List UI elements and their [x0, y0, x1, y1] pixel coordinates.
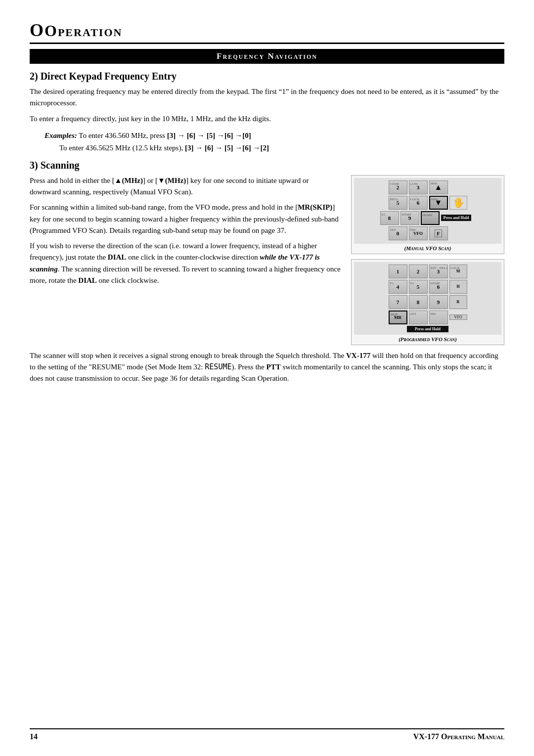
- manual-vfo-keypad: CODE 2 LOW 3 MHz ▲: [354, 178, 501, 244]
- examples-block: Examples: To enter 436.560 MHz, press [3…: [44, 130, 504, 155]
- example1: Examples: To enter 436.560 MHz, press [3…: [44, 130, 504, 142]
- scanning-para4: The scanner will stop when it receives a…: [30, 350, 504, 385]
- examples-label: Examples:: [44, 132, 77, 139]
- scanning-para1: Press and hold in either the [▲(MHz)] or…: [30, 175, 341, 198]
- footer-manual-title: VX-177 Operating Manual: [413, 732, 504, 741]
- page-header: OOperation: [30, 20, 504, 44]
- scanning-section: Press and hold in either the [▲(MHz)] or…: [30, 175, 504, 345]
- press-hold-label-2: Press and Hold: [407, 326, 448, 332]
- scanning-para3: If you wish to reverse the direction of …: [30, 240, 341, 286]
- page: OOperation Frequency Navigation 2) Direc…: [0, 0, 534, 756]
- scanning-para2: For scanning within a limited sub-band r…: [30, 202, 341, 236]
- footer-page-number: 14: [30, 732, 38, 741]
- scanning-diagrams: CODE 2 LOW 3 MHz ▲: [351, 175, 504, 345]
- footer-vx177: VX-177: [413, 732, 441, 741]
- press-hold-label-1: Press and Hold: [441, 215, 472, 221]
- manual-vfo-diagram: CODE 2 LOW 3 MHz ▲: [351, 175, 504, 254]
- subsection-3: 3) Scanning Press and hold in either the…: [30, 160, 504, 385]
- programmed-vfo-diagram: 1 2 RPT BELL LOCK 3 M: [351, 259, 504, 345]
- subsection-2: 2) Direct Keypad Frequency Entry The des…: [30, 71, 504, 155]
- manual-vfo-caption: (Manual VFO Scan): [354, 245, 501, 251]
- programmed-vfo-caption: (Programmed VFO Scan): [354, 336, 501, 342]
- subsection-3-heading: 3) Scanning: [30, 160, 504, 171]
- example1-text: To enter 436.560 MHz, press [3] → [6] → …: [79, 132, 251, 139]
- page-title: OOperation: [30, 20, 504, 41]
- programmed-vfo-keypad: 1 2 RPT BELL LOCK 3 M: [354, 262, 501, 335]
- section-title: Frequency Navigation: [30, 49, 504, 64]
- subsection-2-heading: 2) Direct Keypad Frequency Entry: [30, 71, 504, 82]
- subsection-2-para2: To enter a frequency directly, just key …: [30, 113, 504, 125]
- subsection-2-para1: The desired operating frequency may be e…: [30, 86, 504, 109]
- section-title-text: Frequency Navigation: [217, 51, 317, 61]
- page-footer: 14 VX-177 Operating Manual: [30, 728, 504, 741]
- example2: To enter 436.5625 MHz (12.5 kHz steps), …: [59, 142, 504, 155]
- scanning-text: Press and hold in either the [▲(MHz)] or…: [30, 175, 341, 345]
- footer-operating-manual: Operating Manual: [441, 732, 504, 741]
